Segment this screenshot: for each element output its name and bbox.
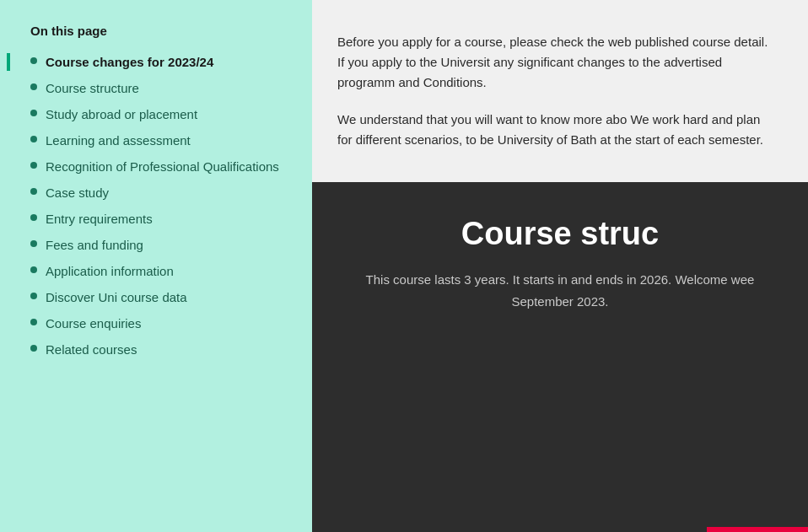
nav-link-application-information[interactable]: Application information xyxy=(46,262,174,280)
sidebar: On this page Course changes for 2023/24 … xyxy=(0,0,312,532)
bullet-icon xyxy=(30,293,37,299)
bullet-icon xyxy=(30,319,37,325)
course-structure-heading: Course struc xyxy=(461,216,659,252)
nav-link-entry-requirements[interactable]: Entry requirements xyxy=(46,210,153,228)
nav-item-related-courses[interactable]: Related courses xyxy=(30,341,288,358)
bullet-icon xyxy=(30,214,37,221)
nav-link-case-study[interactable]: Case study xyxy=(46,184,109,202)
top-section: Before you apply for a course, please ch… xyxy=(312,0,808,182)
nav-link-related-courses[interactable]: Related courses xyxy=(46,341,137,358)
nav-link-course-changes[interactable]: Course changes for 2023/24 xyxy=(46,53,213,71)
nav-item-course-changes[interactable]: Course changes for 2023/24 xyxy=(30,53,288,71)
nav-item-recognition[interactable]: Recognition of Professional Qualificatio… xyxy=(30,158,288,175)
nav-link-discover-uni[interactable]: Discover Uni course data xyxy=(46,288,187,306)
bullet-icon xyxy=(30,266,37,273)
bullet-icon xyxy=(30,240,37,247)
bullet-icon xyxy=(30,136,37,142)
intro-paragraph-2: We understand that you will want to know… xyxy=(337,110,774,150)
nav-link-study-abroad[interactable]: Study abroad or placement xyxy=(46,105,197,123)
bullet-icon xyxy=(30,110,37,116)
nav-link-course-structure[interactable]: Course structure xyxy=(46,79,139,97)
nav-item-application-information[interactable]: Application information xyxy=(30,262,288,280)
red-accent-bar xyxy=(707,527,808,532)
nav-item-course-enquiries[interactable]: Course enquiries xyxy=(30,314,288,332)
nav-list: Course changes for 2023/24 Course struct… xyxy=(30,53,288,358)
right-panel: Before you apply for a course, please ch… xyxy=(312,0,808,532)
nav-link-course-enquiries[interactable]: Course enquiries xyxy=(46,314,141,332)
nav-link-recognition[interactable]: Recognition of Professional Qualificatio… xyxy=(46,158,279,175)
nav-link-learning-assessment[interactable]: Learning and assessment xyxy=(46,132,191,149)
course-structure-description: This course lasts 3 years. It starts in … xyxy=(337,269,783,312)
bottom-section: Course struc This course lasts 3 years. … xyxy=(312,182,808,532)
bullet-icon xyxy=(30,188,37,195)
nav-item-discover-uni[interactable]: Discover Uni course data xyxy=(30,288,288,306)
nav-link-fees-funding[interactable]: Fees and funding xyxy=(46,236,143,254)
nav-item-entry-requirements[interactable]: Entry requirements xyxy=(30,210,288,228)
nav-item-case-study[interactable]: Case study xyxy=(30,184,288,202)
nav-item-fees-funding[interactable]: Fees and funding xyxy=(30,236,288,254)
bullet-icon xyxy=(30,83,37,90)
bullet-icon xyxy=(30,162,37,169)
bullet-icon xyxy=(30,345,37,352)
bullet-icon xyxy=(30,57,37,64)
nav-item-course-structure[interactable]: Course structure xyxy=(30,79,288,97)
nav-item-study-abroad[interactable]: Study abroad or placement xyxy=(30,105,288,123)
nav-item-learning-assessment[interactable]: Learning and assessment xyxy=(30,132,288,149)
sidebar-title: On this page xyxy=(30,24,288,38)
intro-paragraph-1: Before you apply for a course, please ch… xyxy=(337,32,774,93)
